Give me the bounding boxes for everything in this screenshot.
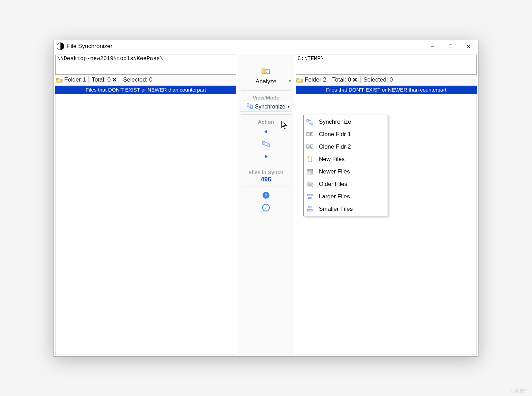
right-toolbar: Folder 2 Total: 0 ✕ Selected: 0 xyxy=(296,75,477,86)
left-selected-label: Selected: 0 xyxy=(123,76,152,83)
dropdown-item-clone-fldr-2[interactable]: 22 Clone Fldr 2 xyxy=(304,141,388,153)
clear-right-icon[interactable]: ✕ xyxy=(352,76,358,84)
dropdown-item-new-files[interactable]: New Files xyxy=(304,153,388,166)
analyze-caret-icon[interactable]: ▾ xyxy=(289,79,291,83)
dropdown-item-label: Synchronize xyxy=(319,119,351,125)
older-icon xyxy=(306,180,314,188)
separator xyxy=(120,76,120,83)
svg-text:?: ? xyxy=(265,192,268,198)
files-in-synch-label: Files in Synch xyxy=(238,167,294,176)
separator xyxy=(241,187,291,187)
open-folder-icon[interactable] xyxy=(296,77,303,83)
sync-icon xyxy=(247,103,253,111)
svg-text:2: 2 xyxy=(307,145,309,148)
clone1-icon: 11 xyxy=(306,130,314,139)
svg-text:1: 1 xyxy=(307,133,309,136)
svg-rect-8 xyxy=(263,141,265,144)
close-button[interactable] xyxy=(459,40,477,53)
svg-rect-40 xyxy=(308,197,311,199)
dropdown-item-label: Older Files xyxy=(319,181,347,188)
window-buttons xyxy=(424,40,477,53)
left-pane: \\Desktop-new2019\tools\KeePass\ Folder … xyxy=(55,55,236,355)
right-list-header: Files that DON'T EXIST or NEWER than cou… xyxy=(296,86,477,94)
help-button[interactable]: ? xyxy=(238,189,294,201)
svg-rect-14 xyxy=(307,119,309,122)
dropdown-item-synchronize[interactable]: Synchronize xyxy=(304,116,388,128)
svg-text:1: 1 xyxy=(311,133,313,136)
right-selected-label: Selected: 0 xyxy=(363,76,393,83)
dropdown-item-label: Smaller Files xyxy=(319,206,353,213)
svg-line-5 xyxy=(269,73,270,74)
right-path-input[interactable]: C:\TEMP\ xyxy=(296,55,477,75)
open-folder-icon[interactable] xyxy=(56,77,63,83)
dropdown-item-label: New Files xyxy=(319,156,345,163)
action-sync-both-button[interactable] xyxy=(238,138,294,150)
separator xyxy=(241,165,291,165)
mode-selected-label: Synchronize xyxy=(255,104,285,110)
maximize-button[interactable] xyxy=(441,40,459,53)
smaller-icon xyxy=(306,205,314,213)
dropdown-item-label: Clone Fldr 1 xyxy=(319,131,351,138)
minimize-button[interactable] xyxy=(424,40,441,53)
right-folder-label: Folder 2 xyxy=(305,76,326,83)
analyze-label: Analyze xyxy=(256,78,276,85)
svg-rect-6 xyxy=(247,104,249,106)
dropdown-item-label: Larger Files xyxy=(319,193,350,200)
app-window: File Synchronizer \\Desktop-new2019\tool… xyxy=(54,40,478,357)
action-copy-left-button[interactable] xyxy=(238,125,294,138)
separator xyxy=(241,114,291,115)
left-list-header: Files that DON'T EXIST or NEWER than cou… xyxy=(55,86,236,94)
action-copy-right-button[interactable] xyxy=(238,150,294,163)
mode-dropdown-menu: Synchronize 11 Clone Fldr 1 22 Clone Fld… xyxy=(303,115,388,216)
separator xyxy=(360,76,361,83)
info-button[interactable]: i xyxy=(238,201,294,214)
sync-icon xyxy=(306,118,314,126)
mode-dropdown-button[interactable]: Synchronize ▾ xyxy=(240,102,292,112)
svg-rect-1 xyxy=(449,45,452,48)
viewmode-section-label: View/Mode xyxy=(238,93,294,101)
mode-caret-icon: ▾ xyxy=(288,105,289,109)
window-title: File Synchronizer xyxy=(67,43,424,50)
analyze-button[interactable]: Analyze ▾ xyxy=(238,65,294,88)
svg-rect-42 xyxy=(307,209,312,211)
clone2-icon: 22 xyxy=(306,143,314,151)
clear-left-icon[interactable]: ✕ xyxy=(112,76,117,84)
left-folder-label: Folder 1 xyxy=(64,76,86,83)
app-icon xyxy=(57,43,64,50)
left-file-list[interactable] xyxy=(55,94,236,355)
left-toolbar: Folder 1 Total: 0 ✕ Selected: 0 xyxy=(55,75,236,86)
dropdown-item-clone-fldr-1[interactable]: 11 Clone Fldr 1 xyxy=(304,128,388,141)
titlebar: File Synchronizer xyxy=(54,40,478,53)
larger-icon xyxy=(306,192,314,201)
center-panel: Analyze ▾ View/Mode Synchronize ▾ Action xyxy=(238,55,294,355)
svg-rect-15 xyxy=(311,122,313,125)
left-path-input[interactable]: \\Desktop-new2019\tools\KeePass\ xyxy=(55,55,236,75)
dropdown-item-older-files[interactable]: Older Files xyxy=(304,178,388,190)
watermark: 小众软件 xyxy=(511,388,529,394)
files-in-synch-count: 496 xyxy=(238,176,294,185)
separator xyxy=(241,90,291,91)
new-file-icon xyxy=(306,155,314,163)
svg-rect-7 xyxy=(250,106,253,109)
dropdown-item-larger-files[interactable]: Larger Files xyxy=(304,190,388,203)
dropdown-item-label: Clone Fldr 2 xyxy=(319,143,351,150)
calendar-icon xyxy=(306,168,314,176)
dropdown-item-label: Newer Files xyxy=(319,168,350,175)
svg-rect-24 xyxy=(308,157,312,162)
separator xyxy=(88,76,89,83)
svg-rect-41 xyxy=(308,207,311,208)
client-area: \\Desktop-new2019\tools\KeePass\ Folder … xyxy=(54,53,478,356)
left-total-label: Total: 0 xyxy=(92,76,111,83)
svg-text:i: i xyxy=(265,205,267,210)
dropdown-item-newer-files[interactable]: Newer Files xyxy=(304,166,388,178)
svg-rect-26 xyxy=(307,169,313,171)
svg-rect-39 xyxy=(307,194,312,196)
svg-rect-9 xyxy=(267,144,269,147)
analyze-icon xyxy=(261,67,271,76)
action-section-label: Action xyxy=(238,117,294,125)
svg-point-4 xyxy=(266,70,269,73)
separator xyxy=(329,76,329,83)
right-total-label: Total: 0 xyxy=(332,76,351,83)
svg-text:2: 2 xyxy=(311,145,313,148)
dropdown-item-smaller-files[interactable]: Smaller Files xyxy=(304,203,388,215)
